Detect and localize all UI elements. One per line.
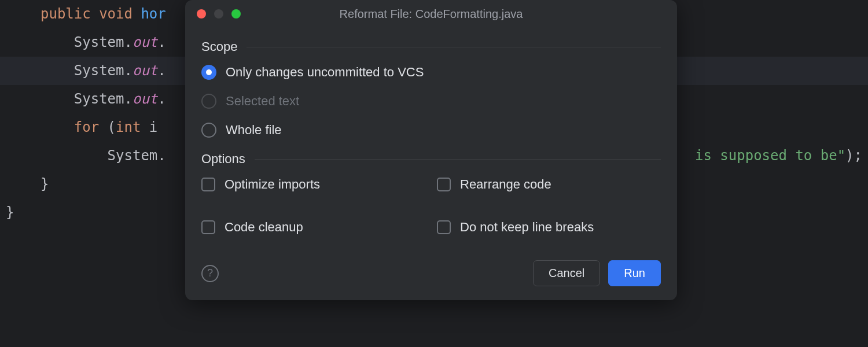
scope-option[interactable]: Whole file bbox=[201, 123, 661, 138]
option-checkbox[interactable]: Code cleanup bbox=[201, 220, 425, 235]
radio-icon bbox=[201, 65, 216, 80]
options-heading-label: Options bbox=[201, 152, 245, 167]
cancel-button[interactable]: Cancel bbox=[533, 260, 600, 286]
window-controls bbox=[197, 9, 241, 19]
radio-icon bbox=[201, 94, 216, 109]
checkbox-icon bbox=[437, 178, 451, 191]
scope-option-label: Only changes uncommitted to VCS bbox=[226, 65, 424, 80]
help-button[interactable]: ? bbox=[201, 265, 219, 282]
option-checkbox[interactable]: Do not keep line breaks bbox=[437, 220, 661, 235]
divider bbox=[247, 47, 661, 47]
option-label: Optimize imports bbox=[225, 177, 320, 192]
reformat-file-dialog: Reformat File: CodeFormatting.java Scope… bbox=[185, 0, 677, 300]
scope-option-label: Selected text bbox=[226, 94, 299, 109]
option-checkbox[interactable]: Rearrange code bbox=[437, 177, 661, 192]
scope-heading: Scope bbox=[201, 39, 661, 54]
scope-heading-label: Scope bbox=[201, 39, 237, 54]
options-heading: Options bbox=[201, 152, 661, 167]
checkbox-icon bbox=[201, 220, 215, 234]
radio-icon bbox=[201, 123, 216, 138]
dialog-title: Reformat File: CodeFormatting.java bbox=[185, 8, 677, 21]
scope-option: Selected text bbox=[201, 94, 661, 109]
checkbox-icon bbox=[437, 220, 451, 234]
option-label: Rearrange code bbox=[460, 177, 551, 192]
scope-option[interactable]: Only changes uncommitted to VCS bbox=[201, 65, 661, 80]
option-checkbox[interactable]: Optimize imports bbox=[201, 177, 425, 192]
minimize-icon bbox=[214, 9, 223, 19]
scope-option-label: Whole file bbox=[226, 123, 282, 138]
close-icon[interactable] bbox=[197, 9, 206, 19]
option-label: Code cleanup bbox=[225, 220, 303, 235]
checkbox-icon bbox=[201, 178, 215, 191]
maximize-icon[interactable] bbox=[231, 9, 241, 19]
dialog-titlebar: Reformat File: CodeFormatting.java bbox=[185, 0, 677, 23]
run-button[interactable]: Run bbox=[608, 260, 661, 286]
divider bbox=[255, 159, 661, 160]
option-label: Do not keep line breaks bbox=[460, 220, 594, 235]
